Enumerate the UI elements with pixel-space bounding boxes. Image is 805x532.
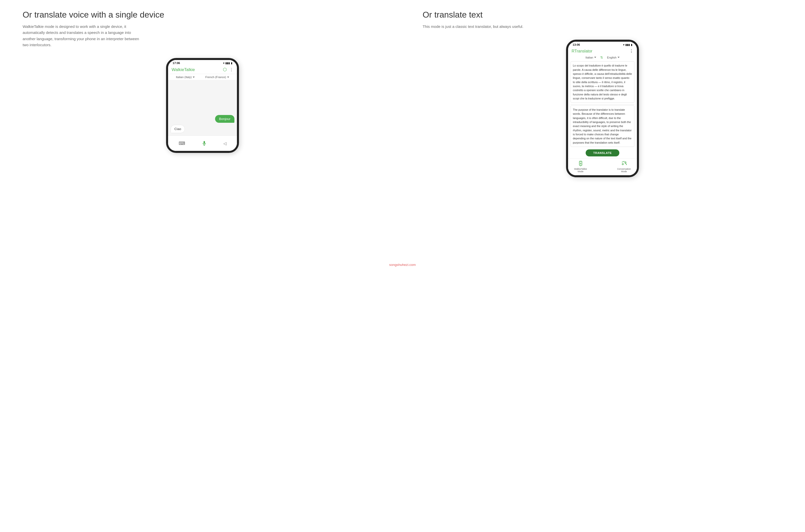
power-btn bbox=[238, 80, 239, 93]
rt-header: RTranslator ⋮ bbox=[568, 47, 637, 55]
left-section: Or translate voice with a single device … bbox=[15, 10, 390, 522]
rt-source-text[interactable]: Lo scopo del traduttore è quello di trad… bbox=[571, 61, 635, 103]
lang-target-chevron bbox=[227, 77, 229, 78]
right-power-btn bbox=[638, 62, 639, 74]
rt-divider bbox=[571, 104, 635, 104]
right-phone: 13:06 ▾ ▮▮▮ ▮ RTranslator ⋮ Italian ⇄ bbox=[566, 40, 639, 177]
rt-translated-text: The purpose of the translator is to tran… bbox=[571, 106, 635, 147]
rt-more-icon[interactable]: ⋮ bbox=[629, 49, 634, 54]
nav-walkietalkie-label: WalkieTalkie Mode bbox=[574, 168, 587, 173]
watermark: songshuhezi.com bbox=[389, 263, 416, 267]
vol-down-btn bbox=[166, 88, 167, 96]
left-description: WalkieTalkie mode is designed to work wi… bbox=[23, 24, 143, 48]
rt-app-title: RTranslator bbox=[572, 49, 592, 54]
export-icon[interactable]: ⬡ bbox=[223, 67, 227, 72]
bubble-left: Ciao bbox=[170, 125, 185, 133]
svg-point-5 bbox=[625, 162, 626, 163]
status-icons-right: ▾ ▮▮▮ ▮ bbox=[623, 43, 633, 46]
status-time-left: 17:06 bbox=[172, 61, 180, 64]
status-bar-left: 17:06 ▾ ▮▮▮ ▮ bbox=[168, 60, 237, 65]
status-icons-left: ▾ ▮▮▮ ▮ bbox=[223, 62, 233, 64]
right-description: This mode is just a classic text transla… bbox=[423, 24, 523, 30]
vol-up-btn bbox=[166, 78, 167, 85]
swap-languages-icon[interactable]: ⇄ bbox=[600, 56, 604, 59]
right-title: Or translate text bbox=[423, 10, 483, 20]
status-time-right: 13:06 bbox=[572, 43, 580, 46]
rt-bottom-nav: WalkieTalkie Mode Conversation Mode bbox=[568, 158, 637, 175]
wt-lang-bar: Italian (Italy) French (France) bbox=[168, 74, 237, 80]
bubble-right: Bonjour bbox=[215, 115, 234, 123]
speaker-icon[interactable]: ◁ bbox=[223, 141, 226, 146]
status-bar-right: 13:06 ▾ ▮▮▮ ▮ bbox=[568, 42, 637, 47]
svg-point-2 bbox=[580, 163, 581, 164]
wt-lang-target[interactable]: French (France) bbox=[205, 76, 229, 79]
nav-conversation-label: Conversation Mode bbox=[617, 168, 631, 173]
svg-point-4 bbox=[622, 164, 623, 165]
wt-bottom-bar: ⌨ ◁ bbox=[168, 136, 237, 151]
wt-app-title: WalkieTalkie bbox=[171, 67, 195, 72]
rt-lang-source[interactable]: Italian bbox=[585, 56, 596, 59]
mic-button[interactable] bbox=[199, 138, 209, 148]
battery-icon: ▮ bbox=[231, 62, 233, 64]
signal-icon-right: ▮▮▮ bbox=[625, 43, 630, 46]
left-title: Or translate voice with a single device bbox=[23, 10, 164, 20]
signal-icon: ▮▮▮ bbox=[225, 62, 230, 64]
wt-chat-area: Bonjour Ciao bbox=[168, 80, 237, 136]
right-section: Or translate text This mode is just a cl… bbox=[415, 10, 790, 522]
right-vol-down-btn bbox=[566, 70, 567, 77]
more-icon[interactable]: ⋮ bbox=[230, 67, 233, 72]
wifi-icon-right: ▾ bbox=[623, 43, 624, 46]
wifi-icon: ▾ bbox=[223, 62, 224, 64]
right-vol-up-btn bbox=[566, 59, 567, 67]
wt-header-icons: ⬡ ⋮ bbox=[223, 67, 233, 72]
wt-header: WalkieTalkie ⬡ ⋮ bbox=[168, 65, 237, 74]
translate-button[interactable]: TRANSLATE bbox=[586, 149, 619, 156]
lang-source-chevron bbox=[193, 77, 195, 78]
keyboard-icon[interactable]: ⌨ bbox=[179, 141, 185, 146]
wt-lang-source[interactable]: Italian (Italy) bbox=[176, 76, 195, 79]
rt-lang-target[interactable]: English bbox=[607, 56, 620, 59]
nav-walkietalkie[interactable]: WalkieTalkie Mode bbox=[574, 160, 587, 173]
battery-icon-right: ▮ bbox=[631, 43, 633, 46]
nav-conversation[interactable]: Conversation Mode bbox=[617, 160, 631, 173]
rt-lang-target-chevron bbox=[618, 57, 620, 58]
phone-screen-right: 13:06 ▾ ▮▮▮ ▮ RTranslator ⋮ Italian ⇄ bbox=[568, 42, 637, 175]
rt-lang-bar: Italian ⇄ English bbox=[568, 55, 637, 61]
phone-screen-left: 17:06 ▾ ▮▮▮ ▮ WalkieTalkie ⬡ ⋮ Italian (… bbox=[168, 60, 237, 151]
left-phone: 17:06 ▾ ▮▮▮ ▮ WalkieTalkie ⬡ ⋮ Italian (… bbox=[166, 58, 239, 153]
rt-lang-source-chevron bbox=[594, 57, 596, 58]
